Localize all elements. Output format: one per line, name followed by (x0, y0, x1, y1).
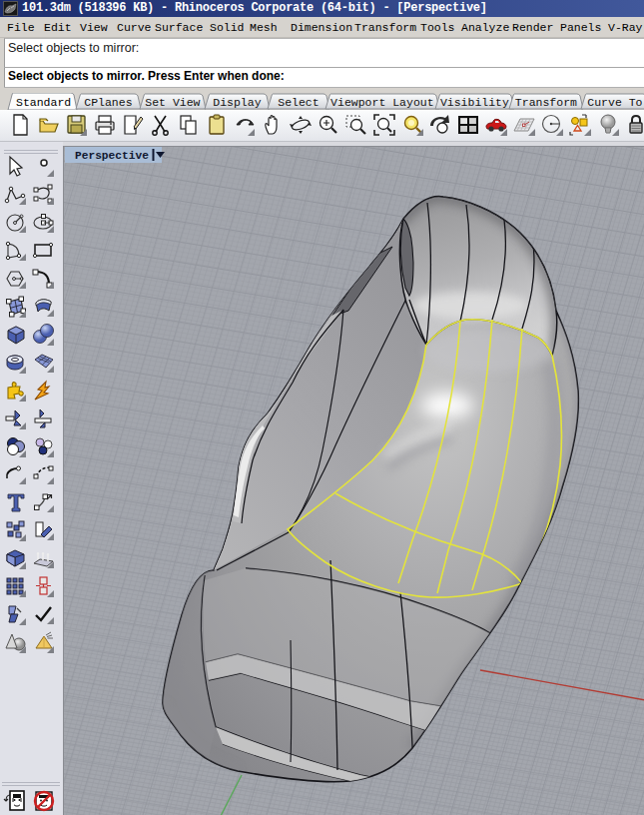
svg-text:Standard: Standard (16, 96, 71, 109)
svg-text:Visibility: Visibility (440, 96, 509, 109)
svg-text:Select: Select (278, 96, 319, 109)
svg-text:Set View: Set View (145, 96, 200, 109)
svg-text:Perspective: Perspective (75, 150, 149, 162)
svg-text:Transform: Transform (515, 96, 577, 109)
svg-text:Viewport Layout: Viewport Layout (330, 96, 434, 109)
svg-text:Display: Display (213, 96, 261, 109)
svg-text:Curve To: Curve To (587, 96, 642, 109)
svg-text:CPlanes: CPlanes (84, 96, 132, 109)
